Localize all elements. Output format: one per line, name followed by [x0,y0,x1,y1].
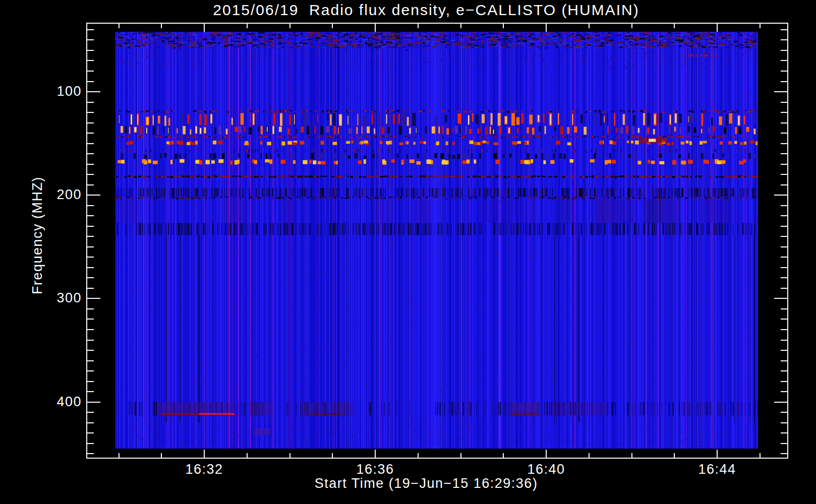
axis-tick [418,453,419,458]
axis-tick [781,215,787,216]
plot-frame [86,23,788,459]
axis-tick [87,164,94,165]
axis-tick [87,39,94,40]
axis-tick [781,174,787,175]
y-tick-label: 200 [36,187,82,203]
axis-tick [87,257,94,258]
axis-tick [781,153,787,154]
axis-tick [781,422,787,423]
axis-tick [87,381,94,382]
axis-tick [781,370,787,371]
y-tick-label: 400 [36,394,82,410]
axis-tick [781,381,787,382]
x-tick-label: 16:36 [335,462,416,477]
axis-tick [781,133,787,134]
axis-tick [119,24,120,28]
axis-tick [781,112,787,113]
axis-tick [717,24,718,32]
axis-tick [87,102,94,103]
axis-tick [781,257,787,258]
axis-tick [204,450,205,458]
axis-tick [87,133,94,134]
axis-tick [781,236,787,237]
axis-tick [87,153,94,154]
axis-tick [87,184,94,185]
spectrogram-chart: 2015/06/19 Radio flux density, e−CALLIST… [0,0,816,504]
axis-tick [87,432,94,433]
axis-tick [781,164,787,165]
axis-tick [781,288,787,289]
axis-tick [589,453,590,458]
axis-tick [781,329,787,330]
axis-tick [781,60,787,61]
axis-tick [87,246,94,247]
axis-tick [87,360,94,361]
axis-tick [332,24,333,28]
axis-tick [781,277,787,278]
axis-tick [87,226,94,227]
axis-tick [87,174,94,175]
axis-tick [631,453,632,458]
axis-tick [781,267,787,268]
axis-tick [87,215,94,216]
axis-tick [460,24,461,28]
axis-tick [781,184,787,185]
x-tick-label: 16:44 [677,462,757,477]
axis-tick [781,391,787,392]
axis-tick [87,122,94,123]
axis-tick [781,50,787,51]
axis-tick [781,443,787,444]
axis-tick [87,195,100,196]
axis-tick [87,236,94,237]
axis-tick [781,39,787,40]
axis-tick [87,205,94,206]
axis-tick [460,453,461,458]
axis-tick [87,308,94,309]
axis-tick [781,350,787,351]
axis-tick [87,391,94,392]
axis-tick [119,453,120,458]
axis-tick [87,329,94,330]
axis-tick [781,226,787,227]
axis-tick [87,412,94,413]
axis-tick [781,102,787,103]
axis-tick [774,91,787,92]
axis-tick [87,288,94,289]
axis-tick [774,402,787,403]
axis-tick [631,24,632,28]
axis-tick [87,277,94,278]
axis-tick [717,450,718,458]
axis-tick [87,350,94,351]
axis-tick [87,443,94,444]
axis-tick [204,24,205,32]
axis-tick [781,319,787,320]
axis-tick [781,340,787,341]
axis-tick [87,50,94,51]
x-axis-label: Start Time (19−Jun−15 16:29:36) [75,476,777,491]
axis-tick [289,453,290,458]
axis-tick [87,453,94,454]
axis-tick [87,91,100,92]
axis-tick [774,298,787,299]
axis-tick [760,453,761,458]
axis-tick [674,453,675,458]
axis-tick [161,24,162,28]
axis-tick [781,205,787,206]
axis-tick [781,71,787,72]
axis-tick [247,24,248,28]
axis-tick [87,71,94,72]
axis-tick [781,308,787,309]
x-tick-label: 16:32 [164,462,245,477]
axis-tick [781,122,787,123]
axis-tick [161,453,162,458]
axis-tick [87,370,94,371]
axis-tick [87,29,94,30]
axis-tick [781,360,787,361]
axis-tick [87,112,94,113]
axis-tick [247,453,248,458]
axis-tick [87,298,100,299]
axis-tick [375,450,376,458]
y-tick-label: 100 [36,84,82,99]
axis-tick [546,450,547,458]
axis-tick [87,422,94,423]
